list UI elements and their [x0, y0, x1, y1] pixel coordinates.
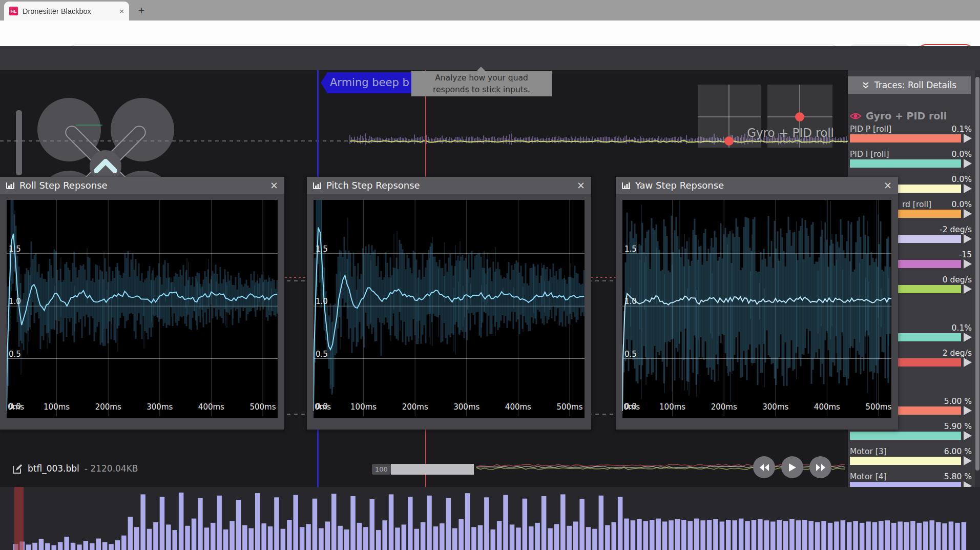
- trace-play-button[interactable]: [963, 405, 973, 416]
- trace-value: 2 deg/s: [943, 349, 972, 358]
- trace-play-button[interactable]: [963, 332, 973, 342]
- trace-color-bar[interactable]: [850, 482, 961, 487]
- trace-value: 5.00 %: [944, 397, 972, 406]
- trace-play-button[interactable]: [963, 209, 973, 219]
- browser-tab[interactable]: HL Dronesitter Blackbox ×: [4, 2, 129, 21]
- panel-title: Roll Step Repsonse: [19, 180, 108, 191]
- y-tick-label: 1.0: [624, 297, 637, 306]
- tab-title: Dronesitter Blackbox: [23, 7, 116, 15]
- trace-color-bar[interactable]: [850, 159, 961, 168]
- x-tick-label: 0ms: [623, 402, 640, 412]
- trace-play-button[interactable]: [963, 357, 973, 368]
- x-tick-label: 400ms: [198, 402, 224, 412]
- traces-header-label: Traces: Roll Details: [874, 80, 956, 90]
- trace-value: 0.0%: [952, 200, 972, 209]
- y-tick-label: 1.5: [624, 245, 637, 254]
- trace-value: -2 deg/s: [940, 225, 972, 234]
- traces-header[interactable]: Traces: Roll Details: [848, 76, 971, 94]
- trace-value: 5.80 %: [944, 472, 972, 481]
- x-tick-label: 500ms: [865, 402, 891, 412]
- panel-title: Pitch Step Repsonse: [326, 180, 420, 191]
- close-icon[interactable]: ×: [270, 180, 278, 190]
- yaw-step-response-panel: Yaw Step Repsonse × 1.51.00.50.00ms100ms…: [616, 177, 898, 430]
- stick-dot: [795, 112, 804, 121]
- eye-icon: [850, 112, 861, 120]
- trace-group-label: Gyro + PID roll: [866, 110, 947, 121]
- file-size: - 2120.04KB: [85, 463, 138, 474]
- panel-header[interactable]: Yaw Step Repsonse ×: [616, 177, 898, 194]
- tab-close-icon[interactable]: ×: [119, 7, 124, 15]
- trace-play-button[interactable]: [963, 184, 973, 194]
- gyro-pid-roll-overlay-label: Gyro + PID roll: [711, 126, 834, 139]
- trace-color-bar[interactable]: [850, 134, 961, 142]
- play-icon: [788, 463, 797, 472]
- trace-label: Motor [4]: [850, 472, 887, 481]
- trace-play-button[interactable]: [963, 158, 973, 169]
- edit-icon[interactable]: [13, 464, 23, 474]
- play-button[interactable]: [781, 456, 803, 478]
- trace-value: 6.00 %: [944, 447, 972, 456]
- zoom-value-badge: 100: [372, 464, 391, 475]
- trace-color-bar[interactable]: [850, 457, 961, 465]
- collapse-chevrons-icon: [862, 82, 869, 89]
- throttle-overview-strip[interactable]: [0, 487, 980, 550]
- browser-toolbar: ← → ↻ ⚠ Not secure | dronesitter.com/bla…: [0, 21, 980, 46]
- x-tick-label: 100ms: [44, 402, 70, 412]
- fast-forward-icon: [816, 463, 826, 472]
- x-tick-label: 300ms: [453, 402, 479, 412]
- y-tick-label: 1.0: [9, 297, 21, 306]
- panel-header[interactable]: Roll Step Repsonse ×: [0, 177, 284, 194]
- x-tick-label: 300ms: [147, 402, 173, 412]
- panel-header[interactable]: Pitch Step Repsonse ×: [307, 177, 591, 194]
- rewind-button[interactable]: [753, 456, 775, 478]
- sidebar-scrollbar-thumb[interactable]: [975, 77, 979, 471]
- step-response-chart: 1.51.00.50.00ms100ms200ms300ms400ms500ms: [7, 200, 278, 418]
- x-tick-label: 400ms: [814, 402, 840, 412]
- fast-forward-button[interactable]: [809, 456, 831, 478]
- chart-icon: [622, 181, 631, 189]
- x-tick-label: 200ms: [95, 402, 121, 412]
- trace-value: 0.0%: [952, 150, 972, 159]
- trace-color-bar[interactable]: [850, 432, 961, 440]
- trace-play-button[interactable]: [963, 481, 973, 487]
- x-tick-label: 400ms: [505, 402, 531, 412]
- y-tick-label: 1.0: [316, 297, 328, 306]
- trace-play-button[interactable]: [963, 133, 973, 144]
- browser-tab-strip: HL Dronesitter Blackbox × +: [0, 0, 980, 21]
- zoom-slider[interactable]: [391, 464, 474, 475]
- trace-label: rd [roll]: [902, 200, 931, 209]
- overview-cursor-marker[interactable]: [14, 487, 24, 550]
- step-button-tooltip: Analyze how your quad responds to stick …: [411, 71, 552, 96]
- y-tick-label: 1.5: [316, 245, 328, 254]
- x-tick-label: 500ms: [556, 402, 582, 412]
- roll-step-response-panel: Roll Step Repsonse × 1.51.00.50.00ms100m…: [0, 177, 284, 430]
- trace-play-button[interactable]: [963, 259, 973, 269]
- trace-play-button[interactable]: [963, 234, 973, 244]
- file-name[interactable]: btfl_003.bbl: [28, 463, 79, 474]
- trace-value: 5.90 %: [944, 422, 972, 431]
- trace-play-button[interactable]: [963, 456, 973, 466]
- step-response-chart: 1.51.00.50.00ms100ms200ms300ms400ms500ms: [314, 200, 585, 418]
- chart-icon: [313, 181, 322, 189]
- arming-beep-flag[interactable]: Arming beep b: [321, 72, 414, 93]
- vertical-scrollbar[interactable]: [16, 110, 22, 175]
- new-tab-button[interactable]: +: [134, 4, 149, 18]
- trace-group-header[interactable]: Gyro + PID roll: [850, 110, 947, 121]
- y-tick-label: 0.5: [624, 350, 637, 359]
- close-icon[interactable]: ×: [577, 180, 585, 190]
- y-tick-label: 0.5: [9, 350, 21, 359]
- close-icon[interactable]: ×: [884, 180, 892, 190]
- app-header: Dronesitter i Step Response Overview Noi…: [0, 46, 980, 70]
- trace-play-button[interactable]: [963, 284, 973, 294]
- trace-value: 0.1%: [952, 323, 972, 333]
- screen: HL Dronesitter Blackbox × + ← → ↻ ⚠ Not …: [0, 0, 980, 550]
- chart-icon: [6, 181, 15, 189]
- tooltip-line2: responds to stick inputs.: [411, 84, 552, 96]
- x-tick-label: 100ms: [350, 402, 377, 412]
- trace-play-button[interactable]: [963, 431, 973, 441]
- log-file-row: btfl_003.bbl - 2120.04KB: [13, 463, 138, 474]
- tooltip-line1: Analyze how your quad: [411, 72, 552, 84]
- trace-value: 0.1%: [952, 125, 972, 134]
- trace-value: 0 deg/s: [943, 275, 972, 284]
- x-tick-label: 500ms: [249, 402, 276, 412]
